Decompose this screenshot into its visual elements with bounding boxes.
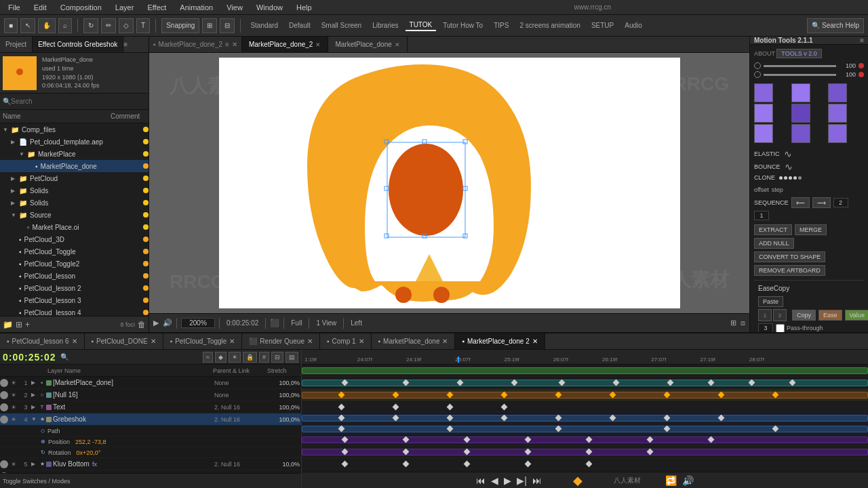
tab-effect-controls[interactable]: Effect Controls Grebeshok [33,37,123,52]
merge-btn[interactable]: MERGE [795,224,827,235]
tree-item-petcloud-lesson[interactable]: ▪ PetCloud_lesson [0,270,149,282]
add-null-btn[interactable]: ADD NULL [754,238,794,249]
seq-icon-btn2[interactable]: ⟶ [812,197,831,208]
tab-close[interactable]: ✕ [307,338,313,345]
hand-tool[interactable]: ✋ [38,18,56,33]
menu-item-composition[interactable]: Composition [58,2,104,13]
search-help-btn[interactable]: 🔍 Search Help [807,18,864,33]
search-input[interactable] [11,98,146,105]
mt-menu-btn[interactable]: ≡ [860,37,864,44]
menu-item-view[interactable]: View [224,2,245,13]
new-folder-btn[interactable]: 📁 [3,320,13,329]
new-project-btn[interactable]: ■ [4,18,18,33]
play-btn[interactable]: ▶ [153,319,159,327]
grid-btn[interactable]: ⊟ [220,18,235,33]
graph-editor-btn[interactable]: ≈ [203,352,213,363]
tl-tab-petcloud-done[interactable]: ▪ PetCloud_DONE ✕ [85,333,163,349]
layer-vis-4[interactable] [0,415,8,424]
workspace-tutok[interactable]: TUTOK [406,20,437,31]
render-btn[interactable]: ⬛ [270,319,279,327]
tree-item-petcloud-lesson2[interactable]: ▪ PetCloud_lesson 2 [0,282,149,294]
paste-btn[interactable]: Paste [758,296,783,307]
workspace-default[interactable]: Default [285,20,315,30]
tree-item-market-place-oi[interactable]: ▫ Market Place.oi [0,221,149,233]
tab-close[interactable]: ✕ [532,338,538,345]
menu-item-help[interactable]: Help [294,2,315,13]
layer-row-2[interactable]: ☀ 2 ▶ ○ [Null 16] None 100,0% [0,389,301,401]
add-marker-btn[interactable]: ◆ [215,352,226,363]
snapping-btn[interactable]: Snapping [161,18,199,33]
layer-expand-3[interactable]: ▶ [31,404,38,410]
tl-tab-petcloud-lesson6[interactable]: ▪ PetCloud_lesson 6 ✕ [0,333,85,349]
marker-btn[interactable]: ◆ [573,473,583,488]
snapping-toggle[interactable]: ⧈ [741,319,745,327]
search-layers-btn[interactable]: 🔍 [60,353,68,361]
layer-row-3[interactable]: ☀ 3 ▶ T Text 2. Null 16 100,0% [0,401,301,413]
tl-tab-comp1[interactable]: ▪ Comp 1 ✕ [320,333,372,349]
easecopy-num-input[interactable]: 3 [758,323,773,332]
layer-solo-5[interactable]: ☀ [9,460,18,469]
workspace-audio[interactable]: Audio [620,20,646,30]
preset-btn-4[interactable] [754,104,773,123]
pen-tool[interactable]: ✏ [101,18,116,33]
go-to-start-btn[interactable]: ⏮ [476,475,486,486]
layer-row-1[interactable]: ☀ 1 ▶ ▪ [MarketPlace_done] None 100,0% [0,377,301,389]
slider-handle-2[interactable] [754,71,761,78]
kf-path-4[interactable] [501,404,508,411]
layer-vis-5[interactable] [0,460,8,468]
workspace-standard[interactable]: Standard [246,20,282,30]
tree-item-petcloud-3d[interactable]: ▪ PetCloud_3D [0,233,149,245]
select-tool[interactable]: ↖ [20,18,35,33]
menu-item-file[interactable]: File [5,2,23,13]
menu-item-window[interactable]: Window [254,2,285,13]
layer-row-4[interactable]: ☀ 4 ▼ ★ Grebeshok 2. Null 16 100,0% [0,413,301,426]
seq-icon-btn[interactable]: ⟵ [791,197,810,208]
version-btn[interactable]: TOOLS v 2.0 [776,49,821,58]
tree-item-solids2[interactable]: ▶ 📁 Solids [0,197,149,209]
quality-label[interactable]: Full [288,319,304,327]
audio-btn[interactable]: 🔊 [163,319,172,327]
workspace-small-screen[interactable]: Small Screen [317,20,366,30]
comp-tab-main[interactable]: MarketPlace_done_2 ✕ [242,37,329,52]
menu-item-effect[interactable]: Effect [144,2,169,13]
loop-btn[interactable]: 🔁 [665,475,677,486]
tab-close[interactable]: ✕ [359,338,364,345]
toggle-switches-btn[interactable]: Toggle Switches / Modes [3,478,71,485]
menu-item-animation[interactable]: Animation [177,2,216,13]
layer-vis-2[interactable] [0,391,8,399]
passthrough-check[interactable] [776,324,785,333]
tree-item-source[interactable]: ▼ 📁 Source [0,209,149,221]
layer-solo-2[interactable]: ☀ [9,390,18,400]
workspace-libraries[interactable]: Libraries [368,20,402,30]
lock-btn[interactable]: 🔒 [243,352,257,363]
layer-solo-3[interactable]: ☀ [9,403,18,412]
kf-path-2[interactable] [393,404,399,411]
tab-close[interactable]: ✕ [151,338,156,345]
preset-btn-6[interactable] [828,104,847,123]
sub-prop-position[interactable]: ⊕ Position 252,2 -73,8 [0,436,301,447]
switches-btn[interactable]: ⊟ [271,352,283,363]
preset-btn-1[interactable] [754,83,773,102]
zoom-display[interactable]: 200% [181,318,215,328]
tab-close-icon[interactable]: ✕ [395,41,400,48]
layer-solo-4[interactable]: ☀ [9,415,18,424]
type-tool[interactable]: T [136,18,150,33]
seq-num-input-1[interactable]: 2 [833,198,848,207]
sub-prop-rotation[interactable]: ↻ Rotation 0x+20,0° [0,447,301,458]
menu-item-edit[interactable]: Edit [31,2,50,13]
tree-item-petcloud-lesson3[interactable]: ▪ PetCloud_lesson 3 [0,294,149,306]
layer-expand-2[interactable]: ▶ [31,392,38,398]
layout-label[interactable]: Left [348,319,365,327]
tree-item-pet-cloud[interactable]: ▶ 📄 Pet_cloud_template.aep [0,136,149,148]
tab-close[interactable]: ✕ [229,338,235,345]
tab-close[interactable]: ✕ [72,338,77,345]
grid-box-1[interactable]: 1 [758,309,772,321]
tree-item-solids1[interactable]: ▶ 📁 Solids [0,184,149,197]
value-btn[interactable]: Value [845,310,868,321]
workspace-tutor[interactable]: Tutor How To [439,20,487,30]
new-comp-btn[interactable]: ⊞ [16,320,22,329]
step-forward-btn[interactable]: ▶| [517,475,527,486]
ease-btn[interactable]: Ease [818,310,842,321]
rotate-tool[interactable]: ↻ [83,18,98,33]
extract-btn[interactable]: EXTRACT [754,224,792,235]
